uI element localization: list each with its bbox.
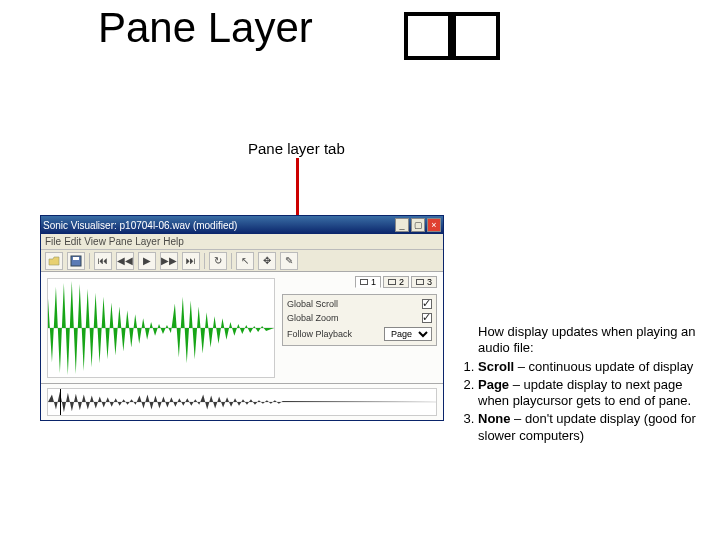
loop-button[interactable]: ↻ [209, 252, 227, 270]
desc-item-page: Page – update display to next page when … [478, 377, 716, 410]
menu-bar: File Edit View Pane Layer Help [41, 234, 443, 250]
layer-icon [416, 279, 424, 285]
pointer-tool[interactable]: ↖ [236, 252, 254, 270]
playhead-marker [60, 389, 61, 415]
menu-edit[interactable]: Edit [64, 236, 81, 247]
tab-2-label: 2 [399, 277, 404, 287]
follow-playback-label: Follow Playback [287, 329, 380, 339]
layer-icon [388, 279, 396, 285]
desc-item-none: None – don't update display (good for sl… [478, 411, 716, 444]
pane-layer-tabs: 1 2 3 [355, 276, 437, 288]
pencil-tool[interactable]: ✎ [280, 252, 298, 270]
tab-3-label: 3 [427, 277, 432, 287]
title-decor-boxes [404, 12, 500, 64]
tab-2[interactable]: 2 [383, 276, 409, 288]
close-button[interactable]: × [427, 218, 441, 232]
overview-pane [41, 384, 443, 420]
main-pane: 1 2 3 Global Scroll Global Zoom Follow P… [41, 272, 443, 384]
menu-layer[interactable]: Layer [135, 236, 160, 247]
tab-1[interactable]: 1 [355, 276, 381, 288]
global-scroll-checkbox[interactable] [422, 299, 432, 309]
minimize-button[interactable]: _ [395, 218, 409, 232]
skip-back-button[interactable]: ⏮ [94, 252, 112, 270]
forward-button[interactable]: ▶▶ [160, 252, 178, 270]
move-tool[interactable]: ✥ [258, 252, 276, 270]
global-zoom-checkbox[interactable] [422, 313, 432, 323]
app-window: Sonic Visualiser: p10704l-06.wav (modifi… [40, 215, 444, 421]
description-lead: How display updates when playing an audi… [446, 324, 716, 357]
overview-waveform[interactable] [47, 388, 437, 416]
maximize-button[interactable]: ▢ [411, 218, 425, 232]
slide-title: Pane Layer [98, 4, 313, 52]
skip-end-button[interactable]: ⏭ [182, 252, 200, 270]
annotation-pane-layer-tab: Pane layer tab [248, 140, 345, 157]
window-title: Sonic Visualiser: p10704l-06.wav (modifi… [43, 220, 237, 231]
toolbar: ⏮ ◀◀ ▶ ▶▶ ⏭ ↻ ↖ ✥ ✎ [41, 250, 443, 272]
follow-playback-select[interactable]: Page [384, 327, 432, 341]
tab-1-label: 1 [371, 277, 376, 287]
rewind-button[interactable]: ◀◀ [116, 252, 134, 270]
play-button[interactable]: ▶ [138, 252, 156, 270]
titlebar: Sonic Visualiser: p10704l-06.wav (modifi… [41, 216, 443, 234]
layer-icon [360, 279, 368, 285]
svg-rect-1 [73, 257, 79, 260]
save-button[interactable] [67, 252, 85, 270]
menu-view[interactable]: View [84, 236, 106, 247]
tab-3[interactable]: 3 [411, 276, 437, 288]
open-button[interactable] [45, 252, 63, 270]
waveform-display[interactable] [47, 278, 275, 378]
desc-item-scroll: Scroll – continuous update of display [478, 359, 716, 375]
layer-properties: Global Scroll Global Zoom Follow Playbac… [282, 294, 437, 346]
menu-file[interactable]: File [45, 236, 61, 247]
menu-pane[interactable]: Pane [109, 236, 132, 247]
global-zoom-label: Global Zoom [287, 313, 418, 323]
description-block: How display updates when playing an audi… [446, 324, 716, 446]
menu-help[interactable]: Help [163, 236, 184, 247]
global-scroll-label: Global Scroll [287, 299, 418, 309]
